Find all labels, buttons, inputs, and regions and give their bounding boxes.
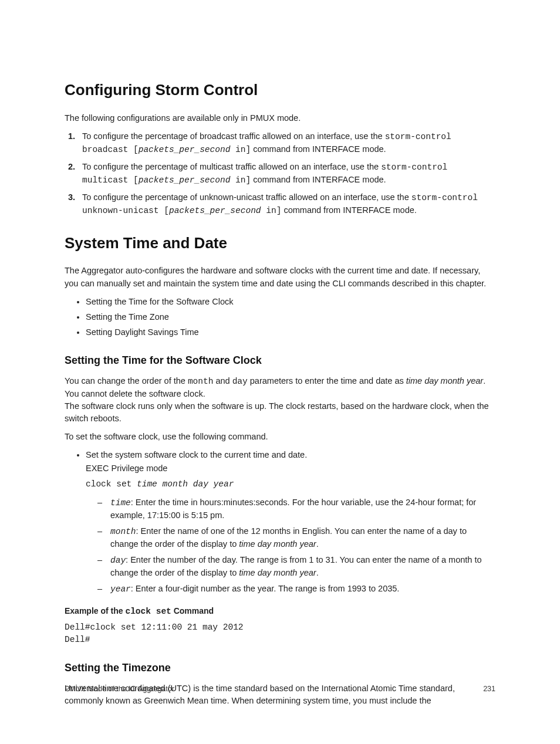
text: parameters to enter the time and date as (248, 376, 406, 385)
dash-list-params: time: Enter the time in hours:minutes:se… (86, 496, 495, 596)
heading-system-time-date: System Time and Date (65, 232, 495, 255)
list-item: year: Enter a four-digit number as the y… (97, 583, 495, 596)
code-block-example: Dell#clock set 12:11:00 21 may 2012 Dell… (65, 621, 495, 646)
text: clock set (86, 479, 137, 489)
text: To configure the percentage of unknown-u… (82, 192, 411, 202)
param-label: day (110, 556, 126, 565)
param-label: time (110, 498, 131, 508)
body-text: The following configurations are availab… (65, 112, 495, 124)
list-item: day: Enter the number of the day. The ra… (97, 554, 495, 579)
list-item: Set the system software clock to the cur… (86, 449, 495, 596)
footer-left: PMUX Mode of the IO Aggregator (65, 684, 174, 694)
text-italic: time day month year (239, 539, 316, 549)
body-text: To set the software clock, use the follo… (65, 431, 495, 443)
text: EXEC Privilege mode (86, 462, 495, 475)
text: : Enter the time in hours:minutes:second… (110, 498, 476, 520)
code-em: packets_per_second (139, 175, 231, 185)
code-block: clock set time month day year (86, 478, 495, 491)
list-item: Setting the Time for the Software Clock (86, 296, 495, 308)
text: . (316, 539, 319, 549)
text-italic: time day month year (406, 376, 483, 385)
text: in] (230, 175, 251, 185)
list-item: time: Enter the time in hours:minutes:se… (97, 496, 495, 522)
text: Command (171, 606, 214, 616)
body-text: The Aggregator auto-configures the hardw… (65, 265, 495, 289)
text: To configure the percentage of broadcast… (82, 131, 385, 141)
text: Example of the (65, 606, 125, 616)
list-item: To configure the percentage of broadcast… (77, 130, 495, 156)
text: : Enter a four-digit number as the year.… (131, 584, 400, 593)
list-item: To configure the percentage of multicast… (77, 161, 495, 187)
code-em: time month day year (137, 479, 234, 489)
text-italic: time day month year (239, 568, 316, 577)
heading-setting-timezone: Setting the Timezone (65, 660, 495, 675)
footer-page-number: 231 (483, 684, 495, 694)
bullet-list-chapter-topics: Setting the Time for the Software Clock … (65, 296, 495, 339)
code-inline: clock set (125, 607, 171, 616)
param-label: month (110, 527, 136, 536)
text: command from INTERFACE mode. (251, 175, 386, 184)
text: The software clock runs only when the so… (65, 401, 489, 423)
text: in] (261, 206, 282, 215)
text: command from INTERFACE mode. (281, 205, 416, 215)
heading-setting-time-software-clock: Setting the Time for the Software Clock (65, 353, 495, 368)
list-item: To configure the percentage of unknown-u… (77, 191, 495, 217)
list-item: month: Enter the name of one of the 12 m… (97, 525, 495, 550)
document-page: Configuring Storm Control The following … (0, 0, 560, 744)
code-em: packets_per_second (139, 145, 231, 154)
text: . (316, 568, 319, 577)
text: in] (230, 145, 251, 154)
text: Set the system software clock to the cur… (86, 449, 495, 461)
page-footer: PMUX Mode of the IO Aggregator 231 (65, 684, 495, 694)
list-item: Setting Daylight Savings Time (86, 326, 495, 339)
code-inline: month (188, 377, 214, 386)
text: To configure the percentage of multicast… (82, 162, 381, 171)
bullet-list-clock-set: Set the system software clock to the cur… (65, 449, 495, 596)
ordered-list-storm-control: To configure the percentage of broadcast… (65, 130, 495, 217)
code-inline: day (232, 377, 248, 386)
list-item: Setting the Time Zone (86, 311, 495, 323)
text: You can change the order of the (65, 376, 188, 385)
code-em: packets_per_second (169, 206, 261, 215)
text: and (213, 376, 232, 385)
heading-configuring-storm-control: Configuring Storm Control (65, 79, 495, 102)
param-label: year (110, 584, 131, 594)
example-heading: Example of the clock set Command (65, 605, 495, 618)
body-text: You can change the order of the month an… (65, 375, 495, 425)
text: command from INTERFACE mode. (251, 144, 386, 154)
